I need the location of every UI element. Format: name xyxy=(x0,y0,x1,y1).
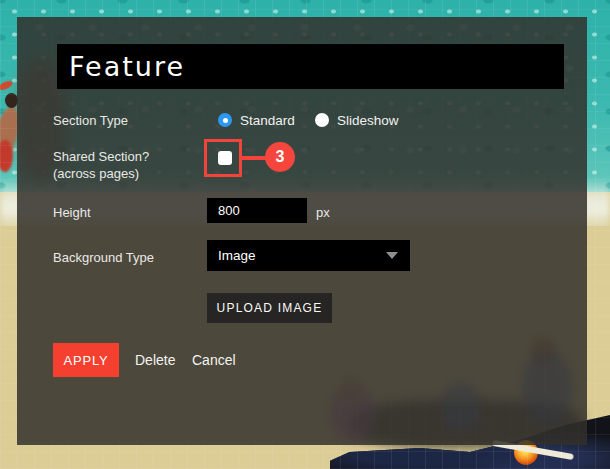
height-unit: px xyxy=(316,204,330,221)
upload-image-button[interactable]: UPLOAD IMAGE xyxy=(207,293,332,323)
chevron-down-icon xyxy=(386,252,398,259)
editor-canvas: Feature Section Type Standard Slideshow … xyxy=(0,0,610,469)
background-type-label: Background Type xyxy=(53,249,154,266)
annotation-connector-line xyxy=(241,156,267,160)
apply-button[interactable]: APPLY xyxy=(53,343,119,377)
annotation-step-badge: 3 xyxy=(265,142,295,172)
shared-section-label: Shared Section? xyxy=(53,148,149,165)
section-settings-dialog: Feature Section Type Standard Slideshow … xyxy=(17,17,587,445)
section-title-bar[interactable]: Feature xyxy=(57,44,564,89)
cancel-link[interactable]: Cancel xyxy=(192,343,236,377)
radio-slideshow-label[interactable]: Slideshow xyxy=(337,113,399,128)
annotation-highlight-box xyxy=(204,139,242,177)
height-input[interactable] xyxy=(207,198,307,223)
radio-standard-label[interactable]: Standard xyxy=(240,113,295,128)
height-label: Height xyxy=(53,204,91,221)
background-type-select[interactable]: Image xyxy=(207,240,410,271)
shared-section-sublabel: (across pages) xyxy=(53,165,139,182)
background-type-value: Image xyxy=(218,248,386,263)
radio-slideshow[interactable] xyxy=(315,113,329,127)
delete-link[interactable]: Delete xyxy=(135,343,175,377)
radio-standard[interactable] xyxy=(218,113,232,127)
section-type-label: Section Type xyxy=(53,112,128,129)
section-title: Feature xyxy=(69,51,185,82)
